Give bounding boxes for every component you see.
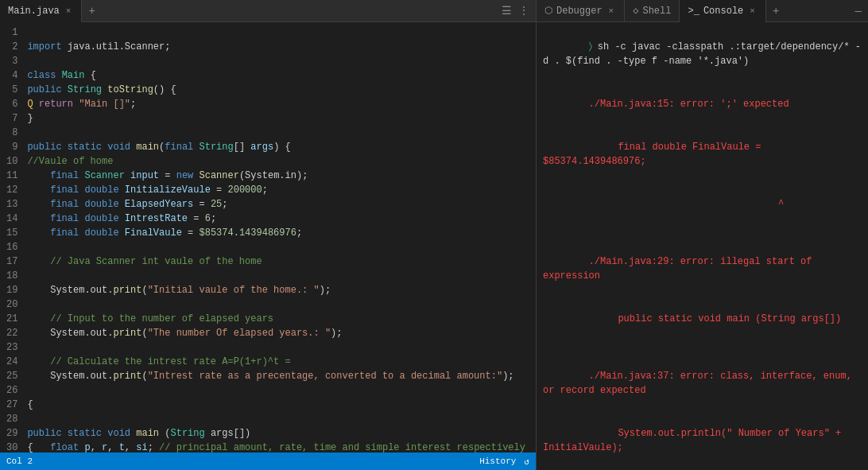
history-icon: ↺	[524, 456, 529, 467]
debugger-close[interactable]: ×	[606, 6, 617, 17]
debugger-icon: ⬡	[544, 5, 552, 17]
console-close[interactable]: ×	[747, 6, 758, 17]
console-line-5	[543, 226, 862, 240]
console-line-2: ./Main.java:15: error: ';' expected	[543, 83, 862, 126]
col-indicator: Col 2	[6, 456, 33, 466]
debugger-label: Debugger	[556, 6, 603, 17]
history-label[interactable]: History	[479, 456, 516, 467]
console-line-1: 〉 sh -c javac -classpath .:target/depend…	[543, 25, 862, 83]
code-lines: import java.util.Scanner; class Main { p…	[24, 25, 536, 453]
console-output: 〉 sh -c javac -classpath .:target/depend…	[537, 22, 868, 470]
editor-panel: Main.java × + ☰ ⋮ 12345 678910 111213141…	[0, 0, 537, 470]
console-tab-bar: ⬡ Debugger × ◇ Shell >_ Console × + —	[537, 0, 868, 22]
editor-content[interactable]: 12345 678910 1112131415 1617181920 21222…	[0, 22, 536, 453]
console-line-10: System.out.println(" Number of Years" + …	[543, 412, 862, 469]
more-icon[interactable]: ⋮	[518, 4, 529, 17]
shell-icon: ◇	[633, 5, 638, 17]
editor-tab-actions: ☰ ⋮	[502, 4, 536, 17]
hamburger-icon[interactable]: ☰	[502, 4, 512, 17]
console-line-6: ./Main.java:29: error: illegal start of …	[543, 240, 862, 297]
tab-console[interactable]: >_ Console ×	[680, 0, 765, 22]
tab-label: Main.java	[8, 6, 60, 17]
console-label: Console	[703, 6, 743, 17]
console-tab-actions[interactable]: —	[855, 5, 868, 17]
tab-shell[interactable]: ◇ Shell	[625, 0, 680, 22]
editor-tab-bar: Main.java × + ☰ ⋮	[0, 0, 536, 22]
console-line-8	[543, 340, 862, 355]
console-line-9: ./Main.java:37: error: class, interface,…	[543, 355, 862, 412]
console-line-3: final double FinalVaule = $85374.1439486…	[543, 126, 862, 183]
main-area: Main.java × + ☰ ⋮ 12345 678910 111213141…	[0, 0, 868, 470]
console-line-7: public static void main (String args[])	[543, 297, 862, 340]
tab-debugger[interactable]: ⬡ Debugger ×	[537, 0, 625, 22]
line-numbers: 12345 678910 1112131415 1617181920 21222…	[0, 25, 24, 453]
editor-status-bar: Col 2 History ↺	[0, 453, 536, 470]
code-area: 12345 678910 1112131415 1617181920 21222…	[0, 25, 536, 453]
status-right: History ↺	[479, 456, 529, 467]
tab-close-icon[interactable]: ×	[64, 6, 74, 17]
shell-label: Shell	[642, 6, 671, 17]
tab-main-java[interactable]: Main.java ×	[0, 0, 82, 22]
tab-add-button[interactable]: +	[82, 5, 101, 17]
console-tab-add[interactable]: +	[766, 5, 785, 17]
console-icon: >_	[688, 6, 699, 17]
console-panel: ⬡ Debugger × ◇ Shell >_ Console × + — 〉 …	[537, 0, 868, 470]
console-line-4: ^	[543, 183, 862, 226]
